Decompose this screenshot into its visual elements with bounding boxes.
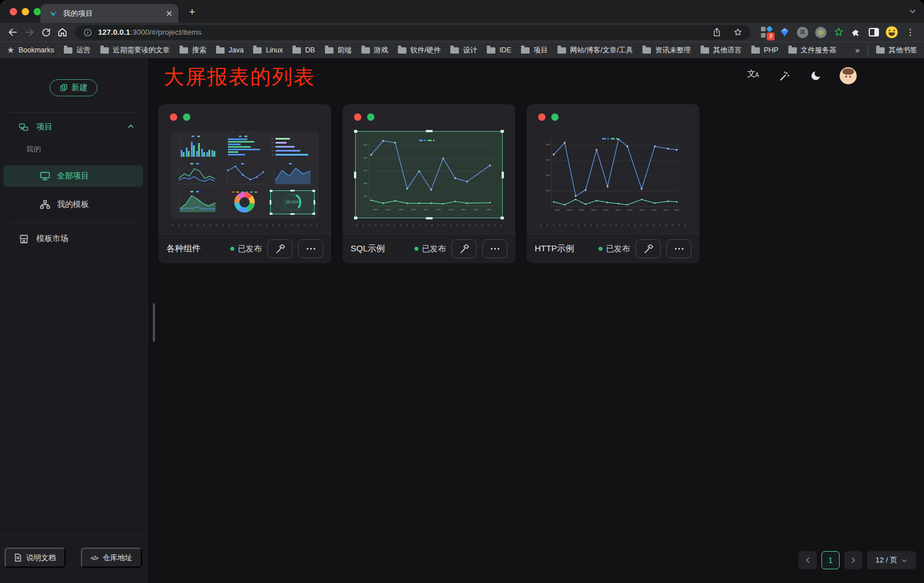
card-window-dots	[170, 113, 190, 121]
bookmark-folder[interactable]: IDE	[487, 46, 511, 54]
repo-button[interactable]: </> 仓库地址	[81, 548, 142, 568]
folder-icon	[521, 47, 530, 54]
status-badge: 已发布	[230, 244, 262, 254]
site-info-icon[interactable]	[83, 28, 92, 37]
bookmark-folder[interactable]: 网站/博客/文章/工具	[557, 46, 633, 55]
tab-search-chevron-icon[interactable]	[909, 7, 917, 18]
green-star-extension-icon[interactable]	[833, 27, 844, 38]
project-card[interactable]: SQL示例 已发布	[343, 104, 515, 263]
status-dot	[599, 247, 603, 251]
code-icon: </>	[91, 555, 98, 561]
line-chart-preview	[544, 134, 682, 215]
next-page-button[interactable]	[844, 551, 862, 569]
bookmark-folder[interactable]: 运营	[64, 46, 91, 55]
more-options-button[interactable]	[482, 239, 507, 258]
dark-mode-moon-icon[interactable]	[808, 68, 823, 83]
status-dot	[230, 247, 234, 251]
language-toggle-icon[interactable]: 文A	[746, 68, 760, 83]
red-dot	[170, 113, 177, 121]
project-card[interactable]: HTTP示例 已发布	[527, 104, 699, 263]
prev-page-button[interactable]	[799, 551, 817, 569]
folder-icon	[253, 47, 262, 54]
macos-traffic-lights[interactable]	[10, 8, 41, 15]
docs-button[interactable]: 说明文档	[5, 548, 66, 568]
bookmark-folder[interactable]: 项目	[521, 46, 548, 55]
current-page-button[interactable]: 1	[821, 551, 840, 569]
bookmark-folder[interactable]: 设计	[450, 46, 477, 55]
edit-project-button[interactable]	[451, 239, 477, 258]
extension-icons: 9 ⌘ ⋮	[756, 26, 919, 38]
bookmark-folder[interactable]: 软件/硬件	[398, 46, 441, 55]
green-dot	[551, 113, 559, 121]
bookmark-folder[interactable]: 游戏	[361, 46, 388, 55]
card-preview[interactable]: 25.00%	[171, 131, 319, 218]
bookmark-folder[interactable]: 前端	[325, 46, 352, 55]
mini-donut-chart	[222, 189, 268, 215]
home-button[interactable]	[54, 24, 71, 40]
tab-close-icon[interactable]: ✕	[165, 9, 173, 18]
extensions-puzzle-icon[interactable]	[851, 27, 862, 38]
chrome-menu-icon[interactable]: ⋮	[905, 27, 916, 38]
theme-wand-icon[interactable]	[777, 68, 792, 83]
status-badge: 已发布	[599, 244, 630, 254]
bookmark-folder[interactable]: Linux	[253, 46, 283, 54]
folder-icon	[487, 47, 495, 54]
back-button[interactable]	[5, 24, 21, 40]
bookmark-folder[interactable]: 文件服务器	[788, 46, 837, 55]
more-options-button[interactable]	[298, 239, 323, 258]
gem-extension-icon[interactable]	[779, 27, 790, 38]
emoji-extension-icon[interactable]	[886, 26, 898, 38]
sidebar-item-template-market[interactable]: 模板市场	[3, 229, 143, 249]
new-project-button[interactable]: 新建	[50, 79, 97, 96]
card-preview[interactable]	[539, 131, 687, 218]
bookmark-folder[interactable]: DB	[292, 46, 315, 54]
scrollbar-thumb[interactable]	[153, 303, 155, 342]
minimize-window-button[interactable]	[22, 8, 29, 15]
green-dot	[183, 113, 190, 121]
ellipsis-icon	[675, 248, 683, 250]
bookmark-folder[interactable]: PHP	[751, 46, 779, 54]
other-bookmarks[interactable]: 其他书签	[876, 46, 917, 55]
browser-tab[interactable]: 我的项目 ✕	[40, 4, 178, 23]
reload-button[interactable]	[38, 24, 54, 40]
user-avatar[interactable]	[840, 67, 857, 84]
sidebar-group-projects[interactable]: 项目	[0, 117, 147, 137]
edit-project-button[interactable]	[267, 239, 292, 258]
side-panel-icon[interactable]	[869, 28, 879, 36]
tab-manager-extension-icon[interactable]: 9	[761, 27, 772, 38]
folder-icon	[361, 47, 370, 54]
sidebar-item-my-templates[interactable]: 我的模板	[3, 194, 143, 215]
recorder-extension-icon[interactable]	[815, 27, 827, 38]
bookmark-folder[interactable]: Java	[216, 46, 243, 54]
close-window-button[interactable]	[10, 8, 17, 15]
sidebar-divider	[10, 222, 137, 223]
bookmarks-overflow-chevron[interactable]: »	[855, 46, 860, 55]
folder-icon	[450, 47, 459, 54]
chevron-up-icon[interactable]	[127, 123, 135, 132]
bookmark-folder[interactable]: 资讯未整理	[642, 46, 691, 55]
forward-button[interactable]	[21, 24, 38, 40]
folder-icon	[398, 47, 406, 54]
new-tab-button[interactable]: +	[185, 5, 199, 19]
bookmark-folder[interactable]: 近期需要读的文章	[100, 46, 170, 55]
bookmark-folder[interactable]: 搜索	[180, 46, 206, 55]
bookmark-folder[interactable]: 其他语言	[701, 46, 742, 55]
share-icon[interactable]	[712, 27, 722, 37]
folder-icon	[751, 47, 760, 54]
sidebar-owner-label: 我的	[26, 144, 41, 154]
tab-strip: 我的项目 ✕ +	[0, 0, 924, 23]
template-flow-icon	[40, 200, 50, 209]
bookmarks-root[interactable]: ★Bookmarks	[7, 45, 54, 55]
folder-icon	[180, 47, 188, 54]
page-size-select[interactable]: 12 / 页	[867, 551, 916, 569]
project-card[interactable]: 25.00% 各种组件 已发布	[158, 104, 331, 263]
bookmark-star-icon[interactable]	[733, 27, 743, 37]
card-preview[interactable]	[355, 131, 503, 218]
more-options-button[interactable]	[666, 239, 691, 258]
sidebar-item-all-projects[interactable]: 全部项目	[3, 165, 143, 187]
browser-toolbar: 127.0.0.1:3000/#/project/items 9 ⌘ ⋮	[0, 23, 924, 42]
address-bar[interactable]: 127.0.0.1:3000/#/project/items	[75, 25, 751, 40]
mini-hbar-chart	[222, 134, 268, 160]
edit-project-button[interactable]	[636, 239, 661, 258]
command-extension-icon[interactable]: ⌘	[797, 27, 808, 38]
